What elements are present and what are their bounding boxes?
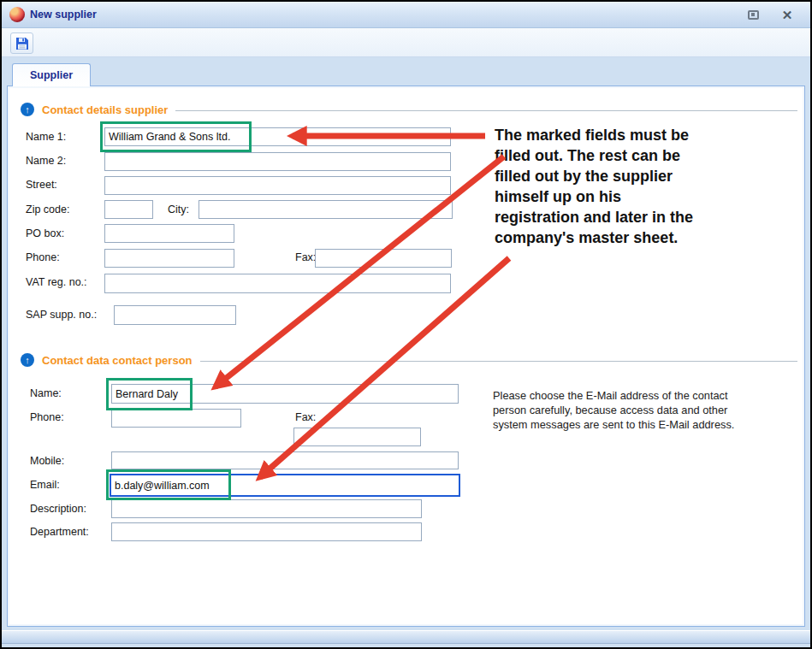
name1-label: Name 1:: [26, 131, 66, 143]
section-divider: [175, 110, 797, 111]
close-button[interactable]: ✕: [778, 6, 797, 23]
city-input[interactable]: [199, 200, 453, 219]
supplier-phone-input[interactable]: [104, 249, 234, 268]
note-line: person carefully, because access data an…: [493, 403, 775, 417]
status-bar: [2, 630, 810, 644]
contact-phone-input[interactable]: [111, 409, 241, 428]
street-input[interactable]: [104, 176, 451, 195]
section-arrow-icon: ↑: [21, 103, 34, 116]
title-bar: New supplier ✕: [2, 2, 810, 28]
toolbar: [2, 28, 810, 57]
email-label: Email:: [30, 479, 60, 491]
supplier-fax-label: Fax:: [295, 251, 316, 263]
mobile-input[interactable]: [111, 451, 459, 469]
zip-label: Zip code:: [26, 204, 69, 215]
new-supplier-window: New supplier ✕ Supplier: [0, 0, 812, 649]
name2-input[interactable]: [104, 152, 451, 171]
window-controls: ✕: [744, 6, 810, 23]
note-line: filled out by the supplier: [495, 166, 756, 186]
note-line: The marked fields must be: [495, 125, 756, 145]
zip-input[interactable]: [104, 200, 153, 219]
pobox-label: PO box:: [26, 227, 64, 239]
department-input[interactable]: [111, 522, 422, 541]
mobile-label: Mobile:: [30, 455, 64, 467]
name2-label: Name 2:: [26, 155, 66, 167]
tab-supplier[interactable]: Supplier: [12, 63, 91, 86]
note-line: Please choose the E-Mail address of the …: [493, 388, 775, 403]
close-icon: ✕: [782, 9, 793, 21]
section-header-contact-details-supplier: ↑ Contact details supplier: [21, 102, 797, 117]
maximize-button[interactable]: [744, 6, 762, 23]
note-line: himself up on his: [495, 186, 756, 207]
save-icon: [15, 37, 29, 50]
sap-label: SAP supp. no.:: [26, 309, 97, 321]
street-label: Street:: [26, 179, 57, 191]
note-line: company's master sheet.: [495, 227, 756, 248]
department-label: Department:: [30, 526, 89, 538]
pobox-input[interactable]: [104, 224, 234, 243]
contact-fax-label: Fax:: [295, 411, 316, 423]
supplier-phone-label: Phone:: [26, 251, 60, 263]
name1-input[interactable]: [104, 127, 451, 146]
note-email-advice: Please choose the E-Mail address of the …: [493, 388, 775, 432]
contact-phone-label: Phone:: [30, 411, 64, 423]
supplier-fax-input[interactable]: [315, 249, 452, 268]
note-line: system messages are sent to this E-Mail …: [493, 417, 775, 432]
description-input[interactable]: [111, 499, 422, 518]
email-input[interactable]: [110, 474, 460, 497]
contact-name-input[interactable]: [111, 384, 459, 404]
section-title-supplier: Contact details supplier: [42, 103, 168, 116]
save-button[interactable]: [10, 32, 33, 54]
app-logo-icon: [9, 7, 25, 22]
contact-fax-input[interactable]: [293, 428, 421, 446]
note-line: registration and later in the: [495, 207, 756, 227]
description-label: Description:: [30, 503, 86, 515]
contact-name-label: Name:: [30, 387, 62, 399]
vat-label: VAT reg. no.:: [26, 276, 87, 288]
sap-input[interactable]: [114, 305, 236, 325]
section-header-contact-data-contact-person: ↑ Contact data contact person: [21, 352, 797, 368]
note-marked-fields: The marked fields must be filled out. Th…: [495, 125, 756, 248]
vat-input[interactable]: [104, 274, 451, 293]
city-label: City:: [168, 204, 189, 215]
section-arrow-icon: ↑: [21, 353, 34, 367]
maximize-icon: [748, 10, 759, 20]
section-divider: [200, 361, 797, 362]
section-title-contact: Contact data contact person: [42, 354, 193, 367]
note-line: filled out. The rest can be: [495, 145, 756, 166]
window-title: New supplier: [30, 9, 97, 21]
tab-supplier-label: Supplier: [30, 69, 73, 81]
